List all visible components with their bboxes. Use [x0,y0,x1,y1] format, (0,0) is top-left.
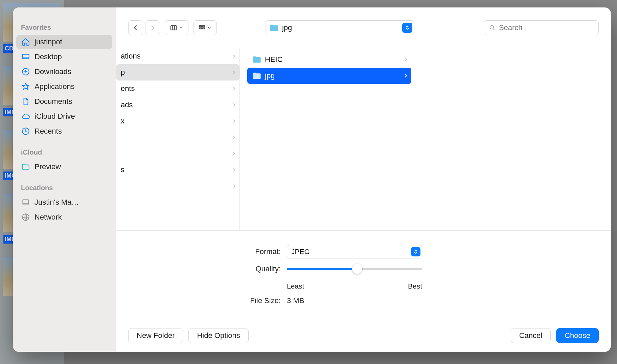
search-icon [489,24,496,31]
toolbar: jpg [116,7,611,48]
desktop-icon [21,52,30,62]
cancel-button[interactable]: Cancel [511,328,551,343]
folder-icon [269,24,279,32]
column-2[interactable]: HEIC jpg [240,48,419,230]
svg-rect-5 [171,25,177,30]
sidebar-item-recents[interactable]: Recents [16,124,112,138]
list-item[interactable] [116,145,239,162]
folder-icon [252,55,261,64]
sidebar-item-label: Recents [35,127,62,136]
new-folder-button[interactable]: New Folder [128,328,183,343]
dialog-footer: New Folder Hide Options Cancel Choose [116,319,611,352]
cloud-icon [21,112,30,121]
sidebar-item-label: Documents [35,97,72,106]
sidebar-item-label: Applications [35,82,75,91]
search-field[interactable] [484,20,599,35]
applications-icon [21,82,30,91]
path-popup[interactable]: jpg [266,20,414,35]
list-item[interactable]: s [116,162,239,178]
svg-rect-8 [203,25,205,27]
list-item[interactable]: ents [116,81,239,97]
section-header-favorites: Favorites [16,21,112,34]
filesize-label: File Size: [133,296,287,305]
sidebar-item-home[interactable]: justinpot [16,35,112,49]
sidebar-item-icloud-drive[interactable]: iCloud Drive [16,109,112,123]
quality-best-label: Best [408,282,422,290]
search-input[interactable] [499,23,594,32]
format-label: Format: [133,247,287,256]
column-browser: ations p ents ads x s HEIC jpg [116,48,611,230]
clock-icon [21,127,30,136]
svg-rect-6 [200,25,201,27]
sidebar-item-preview[interactable]: Preview [16,160,112,174]
view-columns-button[interactable] [165,20,188,35]
list-item[interactable]: x [116,113,239,129]
svg-rect-11 [203,28,205,29]
folder-icon [252,72,261,80]
svg-rect-7 [201,25,203,27]
svg-rect-10 [201,28,203,29]
sidebar-item-label: Downloads [35,67,71,76]
column-1[interactable]: ations p ents ads x s [116,48,240,230]
group-by-button[interactable] [193,20,217,35]
sidebar-item-applications[interactable]: Applications [16,79,112,94]
updown-caret-icon [411,247,420,256]
save-dialog: Favorites justinpot Desktop Downloads Ap… [13,7,611,352]
quality-slider[interactable] [287,268,422,270]
updown-caret-icon [402,23,412,33]
folder-icon [21,162,30,172]
list-item-heic[interactable]: HEIC [247,51,411,68]
hide-options-button[interactable]: Hide Options [188,328,248,343]
forward-button[interactable] [145,20,160,35]
slider-thumb[interactable] [352,264,362,274]
dialog-main: jpg ations p ents ads x s [116,7,611,352]
document-icon [21,97,30,106]
sidebar-item-label: Preview [35,162,61,171]
sidebar-item-documents[interactable]: Documents [16,94,112,109]
path-label: jpg [282,23,292,32]
back-button[interactable] [128,20,143,35]
svg-rect-9 [200,28,201,29]
sidebar-item-desktop[interactable]: Desktop [16,50,112,64]
sidebar-item-downloads[interactable]: Downloads [16,65,112,79]
format-value: JPEG [291,248,310,256]
laptop-icon [21,198,30,207]
column-3[interactable] [419,48,611,230]
quality-label: Quality: [133,265,287,273]
format-options-panel: Format: JPEG Quality: Least [116,230,611,319]
list-item-jpg[interactable]: jpg [247,68,411,84]
list-item[interactable] [116,129,239,145]
list-item[interactable]: ations [116,48,239,64]
sidebar-item-label: Desktop [35,52,62,61]
svg-rect-0 [22,54,29,59]
section-header-icloud: iCloud [16,146,112,159]
download-icon [21,67,30,76]
sidebar-item-label: Justin's Ma… [35,198,79,207]
sidebar-item-label: justinpot [35,38,62,46]
sidebar-item-mac[interactable]: Justin's Ma… [16,195,112,209]
format-select[interactable]: JPEG [287,245,422,258]
list-item[interactable]: ads [116,97,239,113]
svg-rect-3 [23,200,28,204]
list-item[interactable] [116,178,239,194]
svg-point-12 [490,25,494,29]
choose-button[interactable]: Choose [556,328,599,343]
list-item[interactable]: p [116,64,239,81]
sidebar-item-network[interactable]: Network [16,210,112,224]
sidebar-item-label: Network [35,213,62,222]
section-header-locations: Locations [16,181,112,195]
filesize-value: 3 MB [287,296,304,305]
quality-least-label: Least [287,282,304,290]
globe-icon [21,212,30,222]
sidebar: Favorites justinpot Desktop Downloads Ap… [13,7,116,352]
home-icon [21,37,30,47]
sidebar-item-label: iCloud Drive [35,112,75,121]
